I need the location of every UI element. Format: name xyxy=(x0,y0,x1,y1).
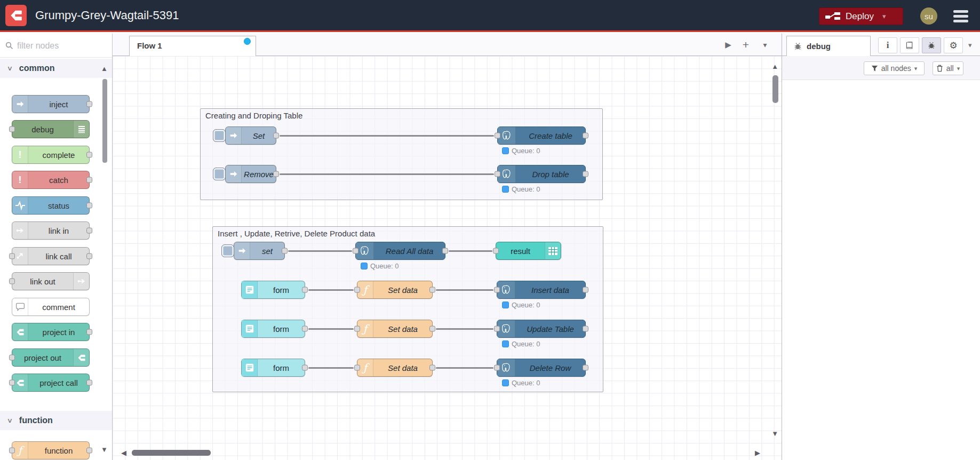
palette-node-link-in[interactable]: link in xyxy=(12,221,90,240)
output-port[interactable] xyxy=(442,248,448,254)
input-port[interactable] xyxy=(495,171,500,177)
flow-list-caret[interactable]: ▾ xyxy=(757,34,773,56)
node-postgres-insert-data[interactable]: Insert data xyxy=(497,281,586,299)
node-form[interactable]: form xyxy=(241,281,305,299)
deploy-button[interactable]: Deploy ▾ xyxy=(819,7,903,25)
output-port[interactable] xyxy=(282,248,288,254)
output-port[interactable] xyxy=(583,365,588,371)
palette-node-link-call[interactable]: link call xyxy=(12,247,90,265)
node-debug-result[interactable]: result xyxy=(496,242,561,260)
sidebar-tab-debug[interactable]: debug xyxy=(786,36,871,56)
pulse-icon xyxy=(12,197,28,214)
add-flow-button[interactable]: + xyxy=(738,34,754,56)
node-inject-set[interactable]: Set xyxy=(225,126,276,145)
output-port[interactable] xyxy=(273,133,279,139)
canvas-vscrollbar-thumb[interactable] xyxy=(772,75,778,103)
node-inject-remove[interactable]: Remove xyxy=(225,165,276,183)
palette-category-common[interactable]: ∨ common xyxy=(0,59,112,78)
output-port[interactable] xyxy=(583,326,588,332)
input-port[interactable] xyxy=(354,287,360,293)
main-menu-button[interactable] xyxy=(953,9,968,23)
canvas-scroll-up[interactable]: ▲ xyxy=(771,62,778,70)
info-tab-button[interactable]: i xyxy=(878,37,897,53)
input-port[interactable] xyxy=(493,248,499,254)
palette-node-label: link out xyxy=(12,277,73,286)
node-postgres-read-all-data[interactable]: Read All data xyxy=(355,242,445,260)
input-port xyxy=(9,126,15,132)
output-port[interactable] xyxy=(302,365,308,371)
palette-node-comment[interactable]: comment xyxy=(12,298,90,316)
palette-node-inject[interactable]: inject xyxy=(12,95,90,113)
node-postgres-update-table[interactable]: Update Table xyxy=(497,320,586,338)
palette-category-label: function xyxy=(19,416,53,425)
palette-node-status[interactable]: status xyxy=(12,196,90,215)
canvas-hscrollbar-thumb[interactable] xyxy=(132,450,211,456)
output-port[interactable] xyxy=(429,326,435,332)
palette-node-project-in[interactable]: project in xyxy=(12,323,90,341)
output-port[interactable] xyxy=(583,133,588,139)
user-avatar[interactable]: su xyxy=(920,7,937,25)
palette-filter-input[interactable] xyxy=(16,38,106,54)
node-form[interactable]: form xyxy=(241,320,305,338)
inject-button[interactable] xyxy=(221,244,234,257)
palette-node-complete[interactable]: ! complete xyxy=(12,146,90,164)
output-port[interactable] xyxy=(583,287,588,293)
node-inject-set-lower[interactable]: set xyxy=(234,242,285,260)
input-port[interactable] xyxy=(494,365,500,371)
input-port[interactable] xyxy=(495,133,500,139)
tab-flow-1[interactable]: Flow 1 xyxy=(129,36,256,56)
filter-funnel-icon xyxy=(871,65,878,72)
palette-scrollbar-thumb[interactable] xyxy=(102,79,107,163)
input-port[interactable] xyxy=(354,326,360,332)
node-label: Create table xyxy=(516,131,585,140)
node-function-set-data[interactable]: ƒ Set data xyxy=(357,359,433,377)
palette-node-project-out[interactable]: project out xyxy=(12,348,90,367)
palette-category-function[interactable]: ∨ function xyxy=(0,411,112,430)
help-tab-button[interactable] xyxy=(900,37,919,53)
node-function-set-data[interactable]: ƒ Set data xyxy=(357,281,433,299)
output-port xyxy=(86,253,92,259)
palette-node-debug[interactable]: debug xyxy=(12,120,90,138)
node-status-text: Queue: 0 xyxy=(370,262,399,270)
palette-node-link-out[interactable]: link out xyxy=(12,272,90,290)
node-function-set-data[interactable]: ƒ Set data xyxy=(357,320,433,338)
palette-node-catch[interactable]: ! catch xyxy=(12,171,90,189)
output-port[interactable] xyxy=(429,287,435,293)
deploy-options-caret[interactable]: ▾ xyxy=(882,12,886,20)
output-port[interactable] xyxy=(273,171,279,177)
inject-button[interactable] xyxy=(213,168,226,180)
canvas-scroll-down[interactable]: ▼ xyxy=(771,430,778,438)
input-port[interactable] xyxy=(353,248,358,254)
group-creating-dropping-table[interactable]: Creating and Droping Table xyxy=(200,108,603,200)
debug-tab-button[interactable] xyxy=(922,37,941,53)
sidebar-options-caret[interactable]: ▾ xyxy=(968,41,972,49)
output-port[interactable] xyxy=(302,287,308,293)
form-icon xyxy=(242,320,258,337)
node-red-icon xyxy=(73,349,89,366)
input-port[interactable] xyxy=(354,365,360,371)
palette-node-function[interactable]: ƒ function xyxy=(12,441,90,459)
node-postgres-create-table[interactable]: Create table xyxy=(497,126,586,145)
node-postgres-delete-row[interactable]: Delete Row xyxy=(497,359,586,377)
output-port[interactable] xyxy=(302,326,308,332)
canvas-scroll-left[interactable]: ◀ xyxy=(121,449,126,457)
palette-filter xyxy=(0,34,112,58)
tab-scroll-right-button[interactable]: ▶ xyxy=(720,34,736,56)
settings-tab-button[interactable]: ⚙ xyxy=(944,37,963,53)
inject-button[interactable] xyxy=(213,129,226,142)
debug-filter-button[interactable]: all nodes ▾ xyxy=(864,61,925,75)
flow-canvas[interactable]: Creating and Droping Table Set Create ta… xyxy=(113,56,782,460)
output-port[interactable] xyxy=(429,365,435,371)
input-port[interactable] xyxy=(494,287,500,293)
canvas-scroll-right[interactable]: ▶ xyxy=(755,449,760,457)
output-port[interactable] xyxy=(583,171,588,177)
palette-node-project-call[interactable]: project call xyxy=(12,374,90,392)
palette-scroll-up[interactable]: ▲ xyxy=(101,65,108,73)
palette-scroll-down[interactable]: ▼ xyxy=(101,446,108,454)
debug-clear-button[interactable]: all ▾ xyxy=(933,61,963,75)
node-postgres-drop-table[interactable]: Drop table xyxy=(497,165,586,183)
debug-messages-panel[interactable] xyxy=(782,80,980,460)
node-form[interactable]: form xyxy=(241,359,305,377)
input-port[interactable] xyxy=(494,326,500,332)
output-port xyxy=(86,152,92,158)
